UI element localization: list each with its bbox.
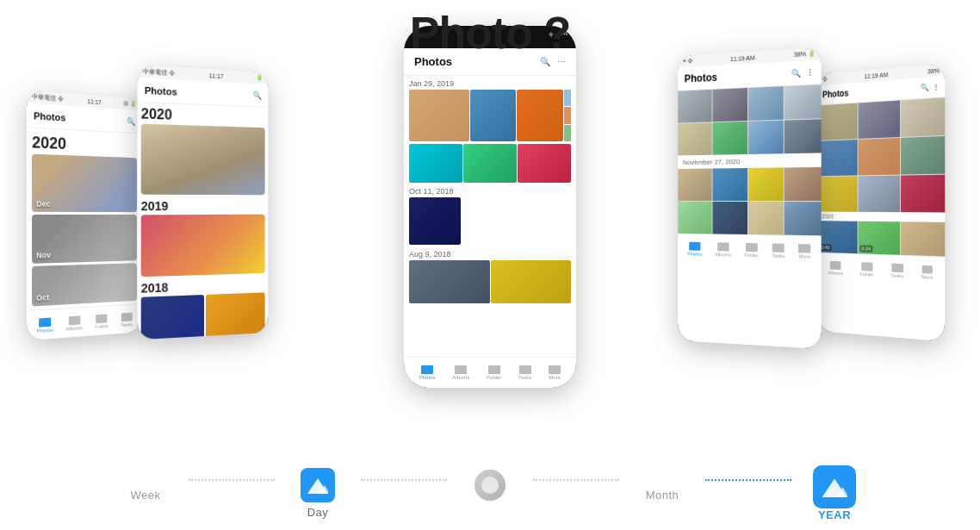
main-container: Photo ? 中華電信 令 11:17 ⊟ 🔋 Photos 🔍 2020	[0, 0, 980, 530]
phone-4: ≡ 令 11:19 AM 38% 🔋 Photos 🔍 ⋮	[678, 47, 821, 349]
phone-center-screen: 令 40% Photos 🔍 ⋯ Jan 29, 2019	[404, 26, 576, 388]
timeline-day-label: Day	[307, 506, 329, 519]
phone-2-screen: 中華電信 令 11:17 🔋 Photos 🔍 2020 2019	[138, 65, 269, 340]
timeline-item-day[interactable]: Day	[275, 468, 361, 519]
title-area: Photo ?	[410, 7, 571, 59]
year-mountain-svg	[822, 477, 847, 497]
center-nav: Photos Albums Folder Tasks	[404, 357, 576, 388]
phone-1: 中華電信 令 11:17 ⊟ 🔋 Photos 🔍 2020 Dec	[27, 90, 141, 340]
phone-5-screen: 令 11:19 AM 38% Photos 🔍 ⋮	[818, 64, 946, 342]
phones-row: 中華電信 令 11:17 ⊟ 🔋 Photos 🔍 2020 Dec	[0, 26, 980, 422]
timeline-item-year[interactable]: YEAR	[791, 465, 878, 521]
year-icon	[813, 465, 856, 508]
mountain-svg	[307, 477, 328, 494]
timeline-row: Week Day	[0, 465, 980, 521]
timeline-container: Week Day	[102, 465, 878, 521]
circle-icon	[474, 470, 506, 501]
timeline-item-circle	[447, 470, 533, 518]
phone-4-nav: Photos Albums Folder Tasks	[678, 234, 821, 268]
timeline-item-week[interactable]: Week	[102, 485, 189, 502]
timeline-line-2	[361, 479, 447, 481]
timeline-line-1	[189, 479, 275, 481]
phone-2: 中華電信 令 11:17 🔋 Photos 🔍 2020 2019	[138, 65, 269, 340]
day-icon	[301, 468, 335, 502]
phone-5: 令 11:19 AM 38% Photos 🔍 ⋮	[818, 64, 946, 342]
timeline-line-4	[705, 479, 791, 481]
phone-1-screen: 中華電信 令 11:17 ⊟ 🔋 Photos 🔍 2020 Dec	[27, 90, 141, 340]
timeline-line-3	[533, 479, 619, 481]
phone-5-nav: Albums Folder Tasks More	[818, 253, 946, 289]
timeline-month-label: Month	[646, 489, 679, 502]
phone-center: 令 40% Photos 🔍 ⋯ Jan 29, 2019	[404, 26, 576, 388]
page-title: Photo ?	[410, 7, 571, 59]
timeline-year-label: YEAR	[818, 508, 851, 521]
phone-4-screen: ≡ 令 11:19 AM 38% 🔋 Photos 🔍 ⋮	[678, 47, 821, 349]
phone-1-nav: Photos Albums Folder Tasks	[27, 303, 141, 340]
timeline-item-month[interactable]: Month	[619, 485, 705, 502]
timeline-week-label: Week	[131, 489, 161, 502]
